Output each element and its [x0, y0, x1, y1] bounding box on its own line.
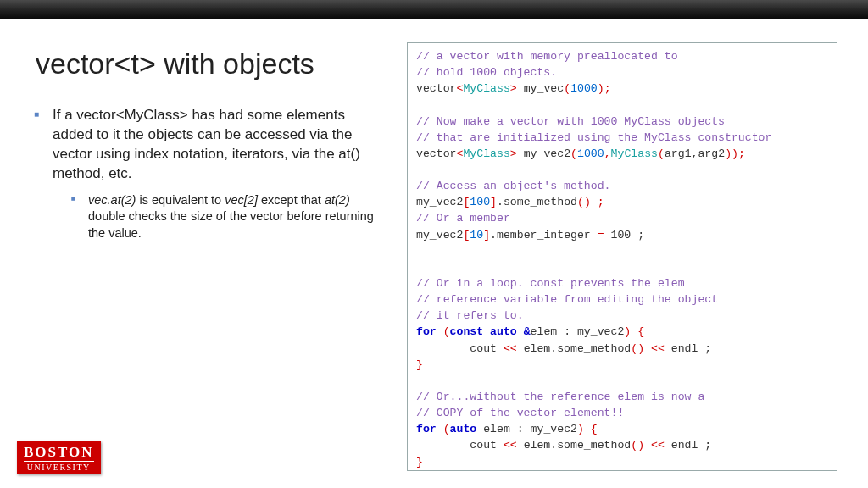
sub-text-1: is equivalent to	[136, 193, 225, 207]
logo-line2: UNIVERSITY	[24, 461, 94, 472]
boston-university-logo: BOSTON UNIVERSITY	[17, 441, 101, 474]
sub-text-2: except that	[258, 193, 325, 207]
slide-content: vector<t> with objects If a vector<MyCla…	[0, 19, 868, 488]
code-inline-at2: at(2)	[325, 193, 350, 207]
code-inline-vecat: vec.at(2)	[88, 193, 136, 207]
code-block: // a vector with memory preallocated to …	[407, 42, 837, 471]
bullet-main: If a vector<MyClass> has had some elemen…	[31, 106, 387, 241]
bullet-main-text: If a vector<MyClass> has had some elemen…	[53, 107, 360, 181]
slide-title: vector<t> with objects	[36, 47, 387, 80]
code-inline-vec2: vec[2]	[225, 193, 258, 207]
logo-line1: BOSTON	[24, 445, 94, 459]
sub-text-3: double checks the size of the vector bef…	[88, 209, 374, 240]
right-column: // a vector with memory preallocated to …	[407, 42, 837, 471]
window-titlebar	[0, 0, 868, 19]
bullet-sub: vec.at(2) is equivalent to vec[2] except…	[71, 192, 387, 242]
left-column: vector<t> with objects If a vector<MyCla…	[31, 42, 387, 471]
